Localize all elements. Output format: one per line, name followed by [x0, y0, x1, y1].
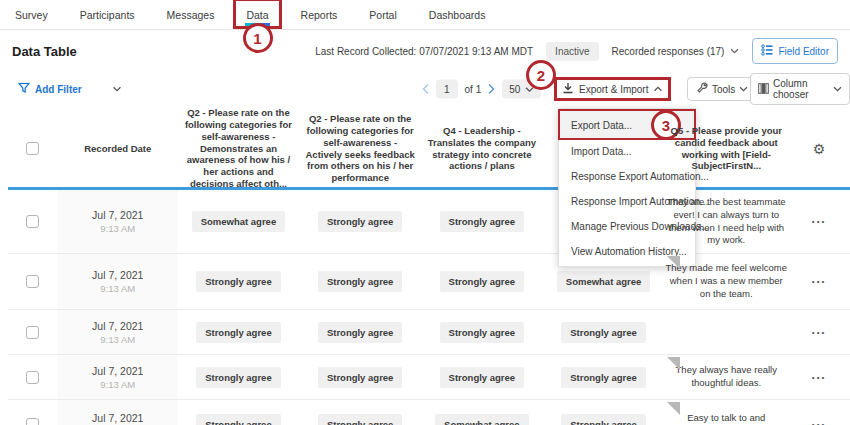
page-of-label: of 1 [465, 84, 482, 95]
time-text: 9:13 AM [100, 379, 135, 390]
feedback-text: They are the best teammate ever! I can a… [664, 194, 788, 249]
feedback-text [725, 330, 727, 334]
row-actions-button[interactable]: ••• [812, 420, 826, 425]
answer-cell-q4: Strongly agree [421, 254, 543, 309]
answer-chip: Strongly agree [318, 271, 403, 292]
select-all-checkbox[interactable] [26, 142, 39, 155]
feedback-cell: They made me feel welcome when I was a n… [664, 254, 788, 309]
page-number-box[interactable]: 1 [436, 80, 458, 99]
row-checkbox[interactable] [26, 326, 39, 339]
row-actions-cell: ••• [788, 254, 850, 309]
answer-chip: Strongly agree [440, 271, 525, 292]
column-chooser-label: Column chooser [773, 78, 829, 100]
row-actions-button[interactable]: ••• [812, 373, 826, 382]
page-size-value: 50 [509, 84, 520, 95]
answer-cell-q4: Somewhat agree [421, 400, 543, 425]
export-import-label: Export & Import [579, 84, 648, 95]
answer-chip: Strongly agree [440, 322, 525, 343]
row-checkbox[interactable] [26, 371, 39, 384]
row-checkbox-cell [8, 400, 58, 425]
recorded-date-cell: Jul 7, 2021 9:13 AM [58, 190, 178, 253]
feedback-text: They made me feel welcome when I was a n… [664, 260, 788, 302]
time-text: 9:13 AM [100, 334, 135, 345]
chevron-up-icon [653, 86, 663, 92]
field-editor-button[interactable]: Field Editor [752, 38, 838, 64]
menu-item-label: Export Data... [571, 120, 632, 131]
answer-chip: Somewhat agree [557, 271, 651, 292]
nav-tab-reports[interactable]: Reports [294, 0, 345, 29]
answer-chip: Strongly agree [440, 211, 525, 232]
nav-tab-participants[interactable]: Participants [73, 0, 142, 29]
answer-chip: Strongly agree [196, 414, 281, 425]
row-checkbox[interactable] [26, 215, 39, 228]
recorded-responses-dropdown[interactable]: Recorded responses (17) [612, 46, 740, 57]
tools-button[interactable]: Tools [687, 77, 757, 101]
recorded-date-cell: Jul 7, 2021 9:13 AM [58, 355, 178, 399]
nav-tab-portal[interactable]: Portal [362, 0, 403, 29]
date-text: Jul 7, 2021 [92, 320, 143, 332]
table-row: Jul 7, 2021 9:13 AM Strongly agree Stron… [8, 254, 850, 310]
page-size-selector[interactable]: 50 [502, 80, 541, 99]
next-page-icon[interactable] [488, 84, 495, 95]
nav-tab-survey[interactable]: Survey [8, 0, 55, 29]
table-header-row: Recorded Date Q2 - Please rate on the fo… [8, 110, 850, 190]
time-text: 9:13 AM [100, 223, 135, 234]
columns-icon [758, 83, 769, 96]
row-actions-button[interactable]: ••• [812, 328, 826, 337]
nav-tab-label: Participants [80, 9, 135, 21]
answer-cell-q2a: Strongly agree [178, 254, 300, 309]
download-icon [562, 82, 574, 96]
answer-chip: Strongly agree [196, 322, 281, 343]
add-filter-button[interactable]: Add Filter [18, 83, 82, 96]
add-filter-label: Add Filter [35, 84, 82, 95]
header-q5-feedback: Q5 - Please provide your candid feedback… [664, 110, 788, 187]
answer-cell-q5: Strongly agree [543, 400, 665, 425]
row-actions-cell: ••• [788, 310, 850, 354]
nav-tab-messages[interactable]: Messages [160, 0, 222, 29]
answer-cell-q2b: Strongly agree [299, 254, 421, 309]
column-chooser-button[interactable]: Column chooser [750, 73, 850, 105]
answer-chip: Strongly agree [318, 367, 403, 388]
answer-cell-q2a: Strongly agree [178, 355, 300, 399]
row-actions-button[interactable]: ••• [812, 217, 826, 226]
field-editor-label: Field Editor [778, 46, 829, 57]
last-record-collected: Last Record Collected: 07/07/2021 9:13 A… [315, 46, 533, 57]
gear-icon[interactable]: ⚙ [813, 141, 826, 157]
feedback-cell: They always have really thoughtful ideas… [664, 355, 788, 399]
row-checkbox-cell [8, 310, 58, 354]
header-checkbox-cell [8, 110, 58, 187]
wrench-icon [696, 82, 708, 96]
header-actions-cell: ⚙ [788, 110, 850, 187]
feedback-cell: They are the best teammate ever! I can a… [664, 190, 788, 253]
table-row: Jul 7, 2021 9:13 AM Strongly agree Stron… [8, 400, 850, 425]
answer-cell-q4: Strongly agree [421, 190, 543, 253]
pagination: 1 of 1 50 [422, 80, 541, 99]
chevron-down-icon [730, 48, 739, 54]
feedback-text: Easy to talk to and collaborate with... [664, 410, 788, 425]
answer-chip: Strongly agree [196, 367, 281, 388]
recorded-date-cell: Jul 7, 2021 9:13 AM [58, 310, 178, 354]
export-import-button[interactable]: Export & Import 2 Export Data... 3 Impor… [562, 82, 663, 96]
active-tab-underline [245, 23, 269, 26]
feedback-cell: Easy to talk to and collaborate with... [664, 400, 788, 425]
row-checkbox-cell [8, 254, 58, 309]
recorded-date-cell: Jul 7, 2021 9:13 AM [58, 400, 178, 425]
row-actions-button[interactable]: ••• [812, 277, 826, 286]
answer-chip: Strongly agree [561, 322, 646, 343]
answer-chip: Strongly agree [561, 414, 646, 425]
chevron-down-icon [525, 86, 534, 92]
answer-chip: Somewhat agree [435, 414, 529, 425]
nav-tab-dashboards[interactable]: Dashboards [422, 0, 493, 29]
chevron-down-icon [833, 86, 842, 92]
answer-cell-q2a: Strongly agree [178, 310, 300, 354]
row-checkbox[interactable] [26, 275, 39, 288]
answer-cell-q2b: Strongly agree [299, 400, 421, 425]
previous-page-icon[interactable] [422, 84, 429, 95]
nav-tab-data[interactable]: Data 1 [239, 0, 275, 29]
recorded-responses-label: Recorded responses (17) [612, 46, 725, 57]
row-checkbox[interactable] [26, 418, 39, 425]
time-text: 9:13 AM [100, 283, 135, 294]
table-body: Jul 7, 2021 9:13 AM Somewhat agree Stron… [8, 190, 850, 425]
add-filter-chevron[interactable] [112, 86, 122, 92]
comment-corner-icon [667, 357, 680, 370]
